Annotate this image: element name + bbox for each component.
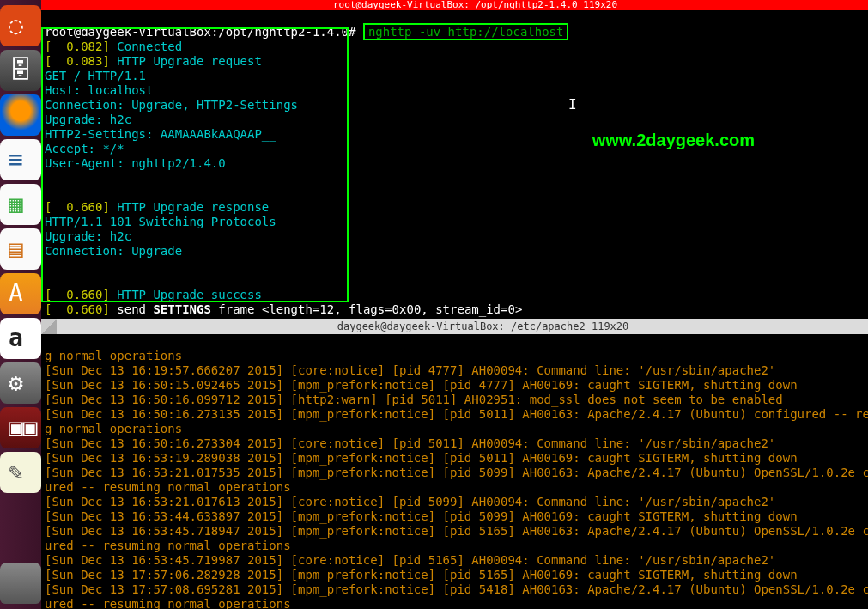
terminal-icon: ▣▣ <box>9 416 33 440</box>
unity-launcher: ◌ 🗄 ≡ ▦ ▤ A a ⚙ ▣▣ ✎ <box>0 0 41 609</box>
log-line: [Sun Dec 13 16:53:45.718947 2015] [mpm_p… <box>45 524 868 538</box>
log-line: [Sun Dec 13 17:57:08.695281 2015] [mpm_p… <box>45 582 868 596</box>
presentation-icon: ▤ <box>9 237 33 261</box>
command-highlight: nghttp -uv http://localhost <box>363 23 569 40</box>
log-line: g normal operations <box>45 422 182 435</box>
log-text: SETTINGS <box>153 302 210 316</box>
terminal-bottom-body[interactable]: g normal operations [Sun Dec 13 16:19:57… <box>41 334 868 609</box>
terminal-top[interactable]: root@daygeek-VirtualBox:/opt/nghttp2-1.4… <box>41 10 868 319</box>
log-text: frame <length=12, flags=0x00, stream_id=… <box>211 302 522 316</box>
resize-handle-icon[interactable] <box>41 319 57 334</box>
log-line: ured -- resuming normal operations <box>45 597 291 609</box>
spreadsheet-icon: ▦ <box>9 192 33 216</box>
log-line: HTTP2-Settings: AAMAAABkAAQAAP__ <box>45 127 276 141</box>
log-line: Accept: */* <box>45 142 124 155</box>
log-line: Connection: Upgrade <box>45 244 182 258</box>
launcher-amazon[interactable]: a <box>0 318 41 359</box>
trash-icon <box>9 571 33 595</box>
log-text: HTTP Upgrade success <box>110 288 262 301</box>
log-line: [Sun Dec 13 16:50:16.273304 2015] [core:… <box>45 436 775 450</box>
main-area: root@daygeek-VirtualBox: /opt/nghttp2-1.… <box>41 0 868 609</box>
log-line: User-Agent: nghttp2/1.4.0 <box>45 156 226 170</box>
launcher-settings[interactable]: ⚙ <box>0 362 41 404</box>
log-line: [Sun Dec 13 16:53:21.017613 2015] [core:… <box>45 495 775 509</box>
document-icon: ≡ <box>9 148 33 172</box>
launcher-calc[interactable]: ▦ <box>0 184 41 225</box>
ubuntu-icon: ◌ <box>9 14 33 38</box>
log-line: [Sun Dec 13 16:50:15.092465 2015] [mpm_p… <box>45 378 798 392</box>
log-text: HTTP Upgrade response <box>110 200 269 214</box>
launcher-terminal[interactable]: ▣▣ <box>0 407 41 448</box>
launcher-files[interactable]: 🗄 <box>0 50 41 91</box>
launcher-writer[interactable]: ≡ <box>0 139 41 180</box>
window-title-bar: root@daygeek-VirtualBox: /opt/nghttp2-1.… <box>41 0 868 10</box>
firefox-icon <box>9 103 33 127</box>
log-time: [ 0.082] <box>45 40 110 53</box>
launcher-trash[interactable] <box>0 563 41 604</box>
log-line: HTTP/1.1 101 Switching Protocols <box>45 215 276 228</box>
log-time: [ 0.660] <box>45 302 110 316</box>
launcher-impress[interactable]: ▤ <box>0 228 41 270</box>
log-text: HTTP Upgrade request <box>110 54 262 68</box>
log-time: [ 0.660] <box>45 288 110 301</box>
amazon-icon: a <box>9 326 33 350</box>
gear-icon: ⚙ <box>9 371 33 395</box>
launcher-firefox[interactable] <box>0 94 41 136</box>
log-line: ured -- resuming normal operations <box>45 539 291 552</box>
log-line: [Sun Dec 13 16:53:44.633897 2015] [mpm_p… <box>45 509 798 523</box>
terminal-bottom-title-bar[interactable]: daygeek@daygeek-VirtualBox: /etc/apache2… <box>41 319 868 334</box>
log-line: g normal operations <box>45 349 182 362</box>
drawer-icon: 🗄 <box>9 58 33 82</box>
log-line: [Sun Dec 13 16:53:45.719987 2015] [core:… <box>45 553 775 567</box>
log-line: Host: localhost <box>45 83 153 97</box>
log-line: GET / HTTP/1.1 <box>45 69 146 82</box>
log-line: [Sun Dec 13 17:57:06.282928 2015] [mpm_p… <box>45 568 798 582</box>
terminal-bottom[interactable]: g normal operations [Sun Dec 13 16:19:57… <box>41 334 868 609</box>
prompt: root@daygeek-VirtualBox:/opt/nghttp2-1.4… <box>45 25 355 39</box>
log-text: Connected <box>110 40 182 53</box>
launcher-gedit[interactable]: ✎ <box>0 452 41 493</box>
log-line: Upgrade: h2c <box>45 113 131 126</box>
log-line: [Sun Dec 13 16:53:21.017535 2015] [mpm_p… <box>45 466 868 479</box>
log-line: [Sun Dec 13 16:19:57.666207 2015] [core:… <box>45 363 775 377</box>
log-time: [ 0.083] <box>45 54 110 68</box>
terminal-top-body[interactable]: root@daygeek-VirtualBox:/opt/nghttp2-1.4… <box>41 10 868 317</box>
log-line: ured -- resuming normal operations <box>45 480 291 494</box>
log-line: [Sun Dec 13 16:50:16.273135 2015] [mpm_p… <box>45 407 868 421</box>
log-line: Connection: Upgrade, HTTP2-Settings <box>45 98 298 112</box>
notepad-icon: ✎ <box>9 460 33 484</box>
log-line: [Sun Dec 13 16:50:16.099712 2015] [http2… <box>45 393 783 406</box>
watermark: www.2daygeek.com <box>592 131 755 150</box>
launcher-software[interactable]: A <box>0 273 41 314</box>
bag-icon: A <box>9 282 33 306</box>
launcher-dash[interactable]: ◌ <box>0 5 41 46</box>
terminal-bottom-title: daygeek@daygeek-VirtualBox: /etc/apache2… <box>57 319 868 334</box>
log-line: [Sun Dec 13 16:53:19.289038 2015] [mpm_p… <box>45 451 798 465</box>
log-line: Upgrade: h2c <box>45 229 131 243</box>
log-time: [ 0.660] <box>45 200 110 214</box>
text-cursor-icon: I <box>568 96 577 113</box>
log-text: send <box>110 302 154 316</box>
